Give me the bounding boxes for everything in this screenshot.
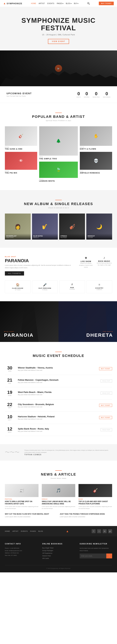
event-3-ticket[interactable]: BUY TICKET [99, 404, 112, 407]
social-facebook[interactable]: f [92, 529, 96, 533]
newsletter-email-input[interactable] [80, 554, 106, 558]
nav-buy-dropdown[interactable]: BUY ▾ [74, 2, 79, 4]
albums-title: NEW ALBUM & SINGLE RELEASES [5, 202, 112, 206]
countdown-days: 0 DAYS [77, 91, 81, 98]
band-card-2[interactable]: ✋ SOLO DIRTY & FLOWN [80, 126, 112, 150]
clubhouse-icon: 🏠 [7, 283, 29, 286]
nav-blog-dropdown[interactable]: BLOG ▾ [66, 2, 72, 4]
search-icon[interactable] [87, 2, 90, 5]
event-5-date: 12 NOV [5, 427, 15, 433]
band-card-5[interactable]: 💀 DUO AMFIELD ROMANCE [80, 152, 112, 174]
svg-point-0 [88, 2, 89, 4]
footer-newsletter: SUBSCRIBE NEWSLETTER Get the latest news… [80, 543, 112, 560]
album-card-2[interactable]: 🎻 STRINGS Ana Reyes [59, 214, 85, 240]
news-section: NEWS & ARTICLE Recent Music News 📰 FESTI… [0, 460, 117, 526]
band-card-0[interactable]: 🎸 BAND THE GUNS & HIBI [5, 126, 37, 150]
album-card-3[interactable]: 🌙 MIDNIGHT Lea Dark [86, 214, 112, 240]
schedule-event-1: 21 JUL Fellow Mansion - Copenhagen, Denm… [5, 375, 112, 387]
promo-right-label: THE EARTH [63, 331, 113, 332]
newsletter-sub: Get the latest news and updates from Sym… [80, 547, 112, 552]
event-2-ticket[interactable]: SOLD OUT [101, 392, 112, 395]
album-card-0[interactable]: 👩 WANDERLUST Sarah Green [5, 214, 31, 240]
event-2-info: West Palm Beach - Miami, Florida Buy you… [15, 391, 101, 396]
promo-paranoia[interactable]: BLUE SHOT PARANOIA [0, 301, 58, 342]
schedule-title: MUSIC EVENT SCHEDULE [5, 354, 112, 358]
footer-nav-events[interactable]: EVENTS [21, 530, 28, 532]
contact-title: CONTACT INFO [5, 543, 37, 545]
promo-left-label: BLUE SHOT [4, 331, 54, 332]
news-more-grid: WHY CUT THE MUSIC FLOW INTO YOUR MENTAL … [5, 513, 112, 518]
booking-link-0[interactable]: Buy Single Ticket [42, 547, 75, 549]
band-card-4[interactable]: 🍃 SOLO LENNON WHITE [39, 162, 78, 182]
event-3-info: City Soundoors - Brussels, Belgium Buy y… [15, 403, 99, 408]
footer-nav-links: HOME ARTIST EVENTS PAGES BLOG [5, 530, 43, 532]
hero-image: ▶ [0, 50, 117, 86]
booking-link-3[interactable]: Season Pass [42, 555, 75, 556]
featured-label: BLUE SHOT [5, 256, 73, 258]
booking-link-1[interactable]: Group Packages [42, 550, 75, 552]
albums-section: NEW ALBUM & SINGLE RELEASES Check In And… [0, 190, 117, 248]
navbar: ▲ SYMPHONIZE HOME ARTIST EVENTS PAGES ▾ … [0, 0, 117, 7]
social-linkedin[interactable]: in [103, 529, 107, 533]
news-card-0[interactable]: 📰 FESTIVAL HOW TO WIN A LIFETIME SPOT ON… [5, 484, 38, 510]
footer-nav: HOME ARTIST EVENTS PAGES BLOG ▲ f t in g… [0, 526, 117, 536]
countdown-minutes: 0 MINUTES [93, 91, 100, 98]
footer-social: f t in g+ [92, 529, 112, 533]
newsletter-form: → [80, 554, 112, 558]
event-5-ticket[interactable]: SOLD OUT [101, 428, 112, 431]
genre-rnb[interactable]: # R&B 15 Artists [59, 280, 85, 293]
nav-artist[interactable]: ARTIST [39, 2, 45, 4]
albums-grid: 👩 WANDERLUST Sarah Green 🎷 BLUE NOTES Ma… [5, 214, 112, 240]
albums-sub: Check In And Get In On It [5, 207, 112, 209]
nav-pages-dropdown[interactable]: PAGES ▾ [57, 2, 63, 4]
genre-rap[interactable]: 🎤 RAP PERFORM 8 Shows [32, 280, 58, 293]
event-1-ticket[interactable]: SOLD OUT [101, 379, 112, 382]
schedule-section: MUSIC EVENT SCHEDULE 30 JUN Wiener Stadt… [0, 342, 117, 444]
news-card-1[interactable]: 🎵 SINGLE SINGLE DAY LINEAR MUSIC WILL BE… [42, 484, 75, 510]
booking-link-4[interactable]: Gift Cards [42, 558, 75, 559]
sponsor-text: Phasea molestie pede lorem. Nunc id cons… [24, 449, 112, 454]
featured-icon-live: ★ LIVE SHOW Explore our diverse program … [78, 256, 94, 268]
band-card-3[interactable]: 👁 BAND THE PIE MIX [5, 152, 37, 174]
event-4-ticket[interactable]: BUY TICKET [99, 416, 112, 419]
news-sub: Recent Music News [5, 478, 112, 479]
social-twitter[interactable]: t [97, 529, 101, 533]
event-0-date: 30 JUN [5, 366, 15, 372]
promo-dhereta[interactable]: THE EARTH DHERETA [58, 301, 117, 342]
buy-ticket-button[interactable]: BUY TICKET [99, 2, 114, 5]
footer-nav-pages[interactable]: PAGES [30, 530, 36, 532]
news-card-2[interactable]: 🎸 BAND TOP 10 CLUB AND HER VERY GHOST PR… [79, 484, 112, 510]
news-more-0[interactable]: WHY CUT THE MUSIC FLOW INTO YOUR MENTAL … [5, 513, 57, 518]
booking-link-2[interactable]: VIP Experience [42, 552, 75, 554]
promo-right-name: DHERETA [63, 332, 113, 338]
albums-header: NEW ALBUM & SINGLE RELEASES Check In And… [5, 200, 112, 209]
newsletter-title: SUBSCRIBE NEWSLETTER [80, 543, 112, 545]
all-tickets-button[interactable]: ALL TICKETS [5, 271, 24, 276]
newsletter-submit-button[interactable]: → [106, 554, 112, 558]
countdown-section: UPCOMING EVENT Save The Date Grab Your T… [0, 86, 117, 103]
featured-title: PARANOIA [5, 258, 73, 263]
nav-events[interactable]: EVENTS [47, 2, 54, 4]
genre-clubhouse[interactable]: 🏠 CLUB HOUSE 12 Tracks [5, 280, 30, 293]
logo[interactable]: ▲ SYMPHONIZE [3, 2, 22, 5]
news-more-1[interactable]: JUST TAKE THE PHONES THROUGH SYMPHONIZE … [60, 513, 112, 518]
footer-nav-blog[interactable]: BLOG [38, 530, 43, 532]
upcoming-sub: Save The Date Grab Your Tickets [6, 95, 32, 97]
view-event-button[interactable]: VIEW EVENT [48, 39, 69, 44]
countdown-hours: 0 HOURS [84, 91, 90, 98]
country-icon: ≡ [88, 283, 111, 286]
album-card-1[interactable]: 🎷 BLUE NOTES Marcus J. [32, 214, 58, 240]
footer-nav-home[interactable]: HOME [5, 530, 10, 532]
band-card-1[interactable]: 🌲 TRIO THE SIMPLE TRIO [39, 126, 78, 160]
footer-bookings: ONLINE BOOKINGS Buy Single Ticket Group … [42, 543, 75, 560]
genre-country[interactable]: ≡ COUNTRY 6 Albums [87, 280, 112, 293]
news-title: NEWS & ARTICLE [5, 472, 112, 476]
popular-bands-title: POPULAR BAND & ARTIST [5, 114, 112, 119]
event-0-ticket[interactable]: BUY TICKET [99, 367, 112, 370]
logo-text: SYMPHONIZE [7, 2, 22, 5]
event-3-date: 22 SEP [5, 402, 15, 408]
hero-title: SYMPHONIZE MUSICFESTIVAL [3, 17, 114, 32]
footer-nav-artist[interactable]: ARTIST [12, 530, 18, 532]
nav-home[interactable]: HOME [31, 2, 36, 4]
social-googleplus[interactable]: g+ [108, 529, 112, 533]
